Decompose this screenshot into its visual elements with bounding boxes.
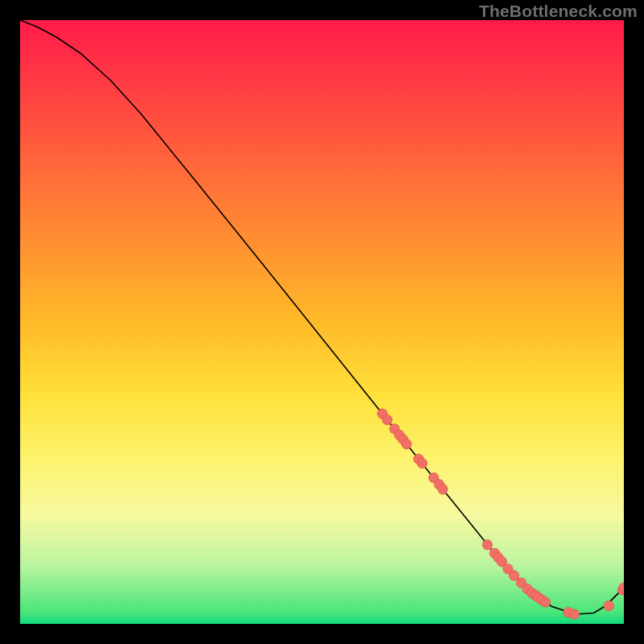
data-point [482,540,492,550]
data-point [540,597,550,607]
data-point [604,601,613,610]
chart-plot-area [20,20,624,624]
data-point [382,415,392,424]
chart-overlay-svg [20,20,624,624]
chart-frame: TheBottleneck.com [0,0,644,644]
watermark-text: TheBottleneck.com [479,2,638,21]
data-point [509,571,518,580]
data-point [438,485,448,494]
bottleneck-curve [20,20,624,614]
data-point [569,609,579,619]
data-points-group [378,409,624,619]
data-point [417,458,427,468]
data-point [402,439,411,448]
